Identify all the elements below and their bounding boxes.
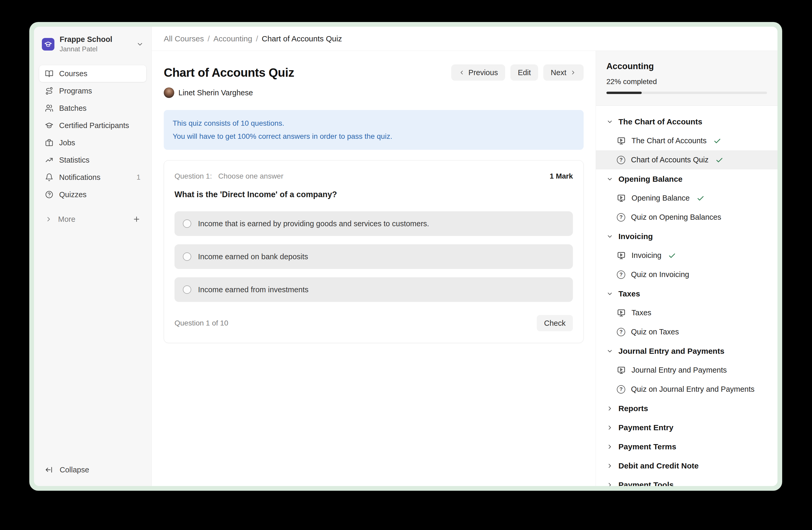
chevron-right-icon xyxy=(606,462,613,469)
question-instruction: Choose one answer xyxy=(218,172,283,180)
answer-option[interactable]: Income that is earned by providing goods… xyxy=(174,211,573,236)
collapse-icon xyxy=(45,465,53,474)
breadcrumb-accounting[interactable]: Accounting xyxy=(214,34,252,43)
question-progress: Question 1 of 10 xyxy=(174,319,228,327)
trending-up-icon xyxy=(45,156,53,164)
app-window-frame: Frappe School Jannat Patel Courses Progr… xyxy=(29,22,782,491)
breadcrumb-all-courses[interactable]: All Courses xyxy=(164,34,204,43)
sidebar-item-jobs[interactable]: Jobs xyxy=(39,134,146,151)
content-wrap: All Courses / Accounting / Chart of Acco… xyxy=(152,27,778,486)
check-icon xyxy=(668,252,676,260)
outline-lesson-journal-entry-and-payments[interactable]: Journal Entry and Payments xyxy=(596,361,778,380)
question-circle-icon: ? xyxy=(617,213,625,222)
workspace-switcher[interactable]: Frappe School Jannat Patel xyxy=(39,33,146,55)
outline-chapter-taxes[interactable]: Taxes xyxy=(596,284,778,303)
sidebar-item-certified-participants[interactable]: Certified Participants xyxy=(39,117,146,134)
outline-quiz-quiz-on-opening-balances[interactable]: ? Quiz on Opening Balances xyxy=(596,208,778,227)
course-outline-list: The Chart of Accounts The Chart of Accou… xyxy=(596,106,778,486)
chevron-down-icon xyxy=(606,290,613,297)
question-marks: 1 Mark xyxy=(550,172,573,180)
route-icon xyxy=(45,87,53,95)
quiz-page: Chart of Accounts Quiz Previous Edit xyxy=(152,51,596,486)
outline-chapter-payment-entry[interactable]: Payment Entry xyxy=(596,418,778,437)
left-sidebar: Frappe School Jannat Patel Courses Progr… xyxy=(34,27,152,486)
course-title: Accounting xyxy=(606,61,767,71)
graduation-cap-icon xyxy=(45,121,53,130)
sidebar-item-batches[interactable]: Batches xyxy=(39,100,146,116)
sidebar-item-quizzes[interactable]: Quizzes xyxy=(39,186,146,203)
more-label: More xyxy=(58,215,75,224)
outline-lesson-invoicing[interactable]: Invoicing xyxy=(596,246,778,265)
sidebar-item-more[interactable]: More xyxy=(39,211,146,227)
chevron-right-icon xyxy=(570,69,576,76)
quiz-info-banner: This quiz consists of 10 questions. You … xyxy=(164,110,584,150)
outline-chapter-payment-tools[interactable]: Payment Tools xyxy=(596,475,778,486)
chevron-down-icon xyxy=(606,176,613,182)
breadcrumb-separator: / xyxy=(207,34,209,43)
sidebar-item-notifications[interactable]: Notifications 1 xyxy=(39,169,146,186)
question-circle-icon: ? xyxy=(617,270,625,279)
help-circle-icon xyxy=(45,190,53,199)
page-title: Chart of Accounts Quiz xyxy=(164,66,294,80)
check-icon xyxy=(715,156,723,164)
question-text: What is the 'Direct Income' of a company… xyxy=(174,190,573,199)
radio-button-icon[interactable] xyxy=(183,220,191,228)
check-icon xyxy=(697,194,705,202)
question-number: Question 1: xyxy=(174,172,212,180)
outline-chapter-journal-entry-and-payments[interactable]: Journal Entry and Payments xyxy=(596,341,778,361)
outline-quiz-chart-of-accounts-quiz[interactable]: ? Chart of Accounts Quiz xyxy=(596,150,778,169)
outline-chapter-payment-terms[interactable]: Payment Terms xyxy=(596,437,778,456)
question-circle-icon: ? xyxy=(617,385,625,393)
author-name: Linet Sherin Varghese xyxy=(178,88,253,97)
app-window: Frappe School Jannat Patel Courses Progr… xyxy=(34,27,778,486)
briefcase-icon xyxy=(45,139,53,147)
course-outline-panel: Accounting 22% completed The Chart of Ac… xyxy=(596,51,778,486)
answer-option[interactable]: Income earned from investments xyxy=(174,277,573,302)
chevron-right-icon xyxy=(606,443,613,450)
sidebar-item-statistics[interactable]: Statistics xyxy=(39,152,146,168)
monitor-play-icon xyxy=(617,308,626,317)
monitor-play-icon xyxy=(617,194,626,203)
question-circle-icon: ? xyxy=(617,156,625,164)
author-avatar xyxy=(164,87,174,98)
plus-icon[interactable] xyxy=(133,215,141,223)
radio-button-icon[interactable] xyxy=(183,252,191,261)
outline-chapter-invoicing[interactable]: Invoicing xyxy=(596,227,778,246)
quiz-info-line2: You will have to get 100% correct answer… xyxy=(173,130,575,143)
monitor-play-icon xyxy=(617,137,626,145)
outline-chapter-reports[interactable]: Reports xyxy=(596,399,778,418)
outline-lesson-opening-balance[interactable]: Opening Balance xyxy=(596,189,778,208)
breadcrumb: All Courses / Accounting / Chart of Acco… xyxy=(152,27,778,51)
chevron-right-icon xyxy=(606,482,613,486)
sidebar-item-courses[interactable]: Courses xyxy=(39,65,146,82)
question-circle-icon: ? xyxy=(617,328,625,336)
breadcrumb-current: Chart of Accounts Quiz xyxy=(262,34,342,43)
edit-button[interactable]: Edit xyxy=(510,65,538,81)
sidebar-item-programs[interactable]: Programs xyxy=(39,83,146,99)
next-button[interactable]: Next xyxy=(543,65,584,81)
radio-button-icon[interactable] xyxy=(183,285,191,294)
outline-lesson-taxes[interactable]: Taxes xyxy=(596,303,778,322)
monitor-play-icon xyxy=(617,251,626,260)
desktop-background: { "brand": { "app_name": "Frappe School"… xyxy=(0,0,812,530)
app-title: Frappe School xyxy=(60,35,112,44)
quiz-info-line1: This quiz consists of 10 questions. xyxy=(173,117,575,130)
answer-option[interactable]: Income earned on bank deposits xyxy=(174,244,573,269)
course-progress-bar xyxy=(606,92,767,94)
outline-lesson-the-chart-of-accounts[interactable]: The Chart of Accounts xyxy=(596,131,778,150)
previous-button[interactable]: Previous xyxy=(451,65,505,81)
outline-quiz-quiz-on-journal-entry-and-payments[interactable]: ? Quiz on Journal Entry and Payments xyxy=(596,380,778,399)
course-progress-fill xyxy=(606,92,642,94)
answer-options: Income that is earned by providing goods… xyxy=(174,211,573,302)
check-answer-button[interactable]: Check xyxy=(537,315,573,331)
frappe-school-logo xyxy=(42,38,54,51)
outline-chapter-the-chart-of-accounts[interactable]: The Chart of Accounts xyxy=(596,112,778,131)
outline-quiz-quiz-on-invoicing[interactable]: ? Quiz on Invoicing xyxy=(596,265,778,284)
outline-chapter-debit-and-credit-note[interactable]: Debit and Credit Note xyxy=(596,456,778,475)
collapse-sidebar-button[interactable]: Collapse xyxy=(39,461,146,478)
chevron-right-icon xyxy=(606,405,613,412)
question-card: Question 1: Choose one answer 1 Mark Wha… xyxy=(164,160,584,343)
outline-quiz-quiz-on-taxes[interactable]: ? Quiz on Taxes xyxy=(596,322,778,341)
outline-chapter-opening-balance[interactable]: Opening Balance xyxy=(596,169,778,189)
chevron-left-icon xyxy=(459,69,465,76)
